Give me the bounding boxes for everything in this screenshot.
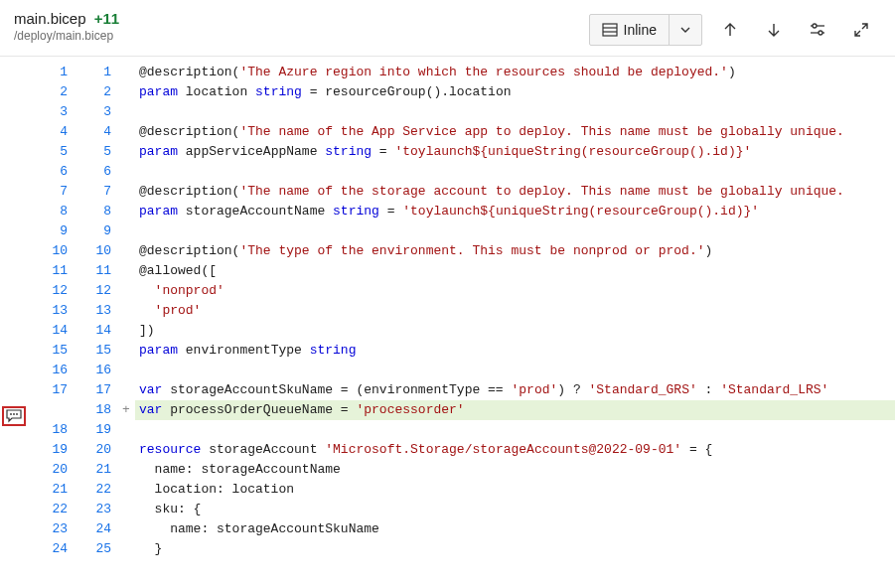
comment-gutter-row[interactable] [0, 142, 30, 162]
code-line[interactable]: param environmentType string [135, 341, 895, 361]
token: 'processorder' [356, 402, 464, 417]
comment-gutter-row[interactable] [0, 480, 30, 500]
comment-gutter-row[interactable] [0, 122, 30, 142]
code-line[interactable] [135, 102, 895, 122]
token: ) ? [557, 382, 588, 397]
code-line[interactable]: @description('The type of the environmen… [135, 241, 895, 261]
comment-gutter [0, 63, 30, 583]
token: var [139, 382, 170, 397]
code-line[interactable]: 'nonprod' [135, 281, 895, 301]
change-marker [117, 500, 135, 519]
code-line[interactable]: location: location [135, 480, 895, 500]
line-number-original: 19 [30, 440, 68, 460]
code-line[interactable]: param appServiceAppName string = 'toylau… [135, 142, 895, 162]
code-line[interactable]: @allowed([ [135, 261, 895, 281]
fullscreen-button[interactable] [845, 14, 877, 46]
code-line[interactable] [135, 221, 895, 241]
code-line[interactable] [135, 361, 895, 380]
change-marker [117, 301, 135, 321]
diff-viewer: 123456789101112131415161718192021222324 … [0, 57, 895, 583]
line-number-modified: 24 [74, 519, 111, 539]
comment-gutter-row[interactable] [0, 321, 30, 341]
comment-gutter-row[interactable] [0, 460, 30, 480]
token: 'prod' [155, 303, 202, 318]
code-line[interactable]: resource storageAccount 'Microsoft.Stora… [135, 440, 895, 460]
token: @description( [139, 184, 239, 199]
line-number-original: 4 [30, 122, 68, 142]
comment-gutter-row[interactable] [0, 361, 30, 380]
comment-gutter-row[interactable] [0, 202, 30, 221]
code-line[interactable]: var storageAccountSkuName = (environment… [135, 380, 895, 400]
line-number-original: 21 [30, 480, 68, 500]
comment-gutter-row[interactable] [0, 341, 30, 361]
token: ) [705, 243, 713, 258]
file-path: /deploy/main.bicep [14, 29, 589, 43]
code-line[interactable]: ]) [135, 321, 895, 341]
code-line[interactable]: name: storageAccountName [135, 460, 895, 480]
svg-point-9 [16, 413, 18, 415]
comment-gutter-row[interactable] [0, 241, 30, 261]
change-marker [117, 82, 135, 102]
line-number-modified: 13 [74, 301, 111, 321]
view-mode-dropdown[interactable] [670, 15, 701, 45]
code-content[interactable]: @description('The Azure region into whic… [135, 57, 895, 583]
token: sku: { [139, 502, 201, 516]
code-line[interactable]: @description('The Azure region into whic… [135, 63, 895, 82]
line-number-original: 23 [30, 519, 68, 539]
code-line[interactable]: @description('The name of the App Servic… [135, 122, 895, 142]
add-comment-button[interactable] [2, 406, 26, 426]
line-number-original: 7 [30, 182, 68, 202]
code-line[interactable]: } [135, 539, 895, 559]
comment-gutter-row[interactable] [0, 281, 30, 301]
comment-gutter-row[interactable] [0, 380, 30, 400]
code-line[interactable]: var processOrderQueueName = 'processorde… [135, 400, 895, 420]
change-marker [117, 63, 135, 82]
inline-view-button[interactable]: Inline [590, 15, 670, 45]
token: param [139, 204, 186, 219]
line-number-original: 24 [30, 539, 68, 559]
line-number-modified: 22 [74, 480, 111, 500]
code-line[interactable] [135, 162, 895, 182]
code-line[interactable]: param storageAccountName string = 'toyla… [135, 202, 895, 221]
line-number-original [30, 400, 68, 420]
code-line[interactable]: name: storageAccountSkuName [135, 519, 895, 539]
comment-gutter-row[interactable] [0, 221, 30, 241]
line-number-modified: 8 [74, 202, 111, 221]
token: @description( [139, 65, 239, 79]
code-line[interactable]: param location string = resourceGroup().… [135, 82, 895, 102]
token: 'The Azure region into which the resourc… [239, 65, 727, 79]
next-change-button[interactable] [758, 14, 790, 46]
line-number-modified: 4 [74, 122, 111, 142]
comment-gutter-row[interactable] [0, 162, 30, 182]
comment-icon [6, 409, 22, 423]
comment-gutter-row[interactable] [0, 102, 30, 122]
comment-gutter-row[interactable] [0, 261, 30, 281]
line-number-original: 1 [30, 63, 68, 82]
code-line[interactable] [135, 420, 895, 440]
code-line[interactable]: 'prod' [135, 301, 895, 321]
prev-change-button[interactable] [714, 14, 746, 46]
line-number-modified: 1 [74, 63, 111, 82]
line-number-modified: 11 [74, 261, 111, 281]
code-line[interactable]: sku: { [135, 500, 895, 519]
comment-gutter-row[interactable] [0, 500, 30, 519]
token: } [139, 541, 162, 556]
code-line[interactable]: @description('The name of the storage ac… [135, 182, 895, 202]
comment-gutter-row[interactable] [0, 519, 30, 539]
token: name: storageAccountSkuName [139, 521, 379, 536]
line-number-original: 6 [30, 162, 68, 182]
comment-gutter-row[interactable] [0, 82, 30, 102]
line-number-modified: 12 [74, 281, 111, 301]
settings-button[interactable] [802, 14, 833, 46]
svg-point-7 [10, 413, 12, 415]
token: storageAccount [209, 442, 325, 457]
comment-gutter-row[interactable] [0, 63, 30, 82]
change-marker [117, 182, 135, 202]
line-number-original: 14 [30, 321, 68, 341]
comment-gutter-row[interactable] [0, 440, 30, 460]
inline-label: Inline [624, 22, 657, 38]
comment-gutter-row[interactable] [0, 182, 30, 202]
comment-gutter-row[interactable] [0, 301, 30, 321]
comment-gutter-row[interactable] [0, 539, 30, 559]
file-header: main.bicep +11 /deploy/main.bicep Inline [0, 0, 895, 57]
